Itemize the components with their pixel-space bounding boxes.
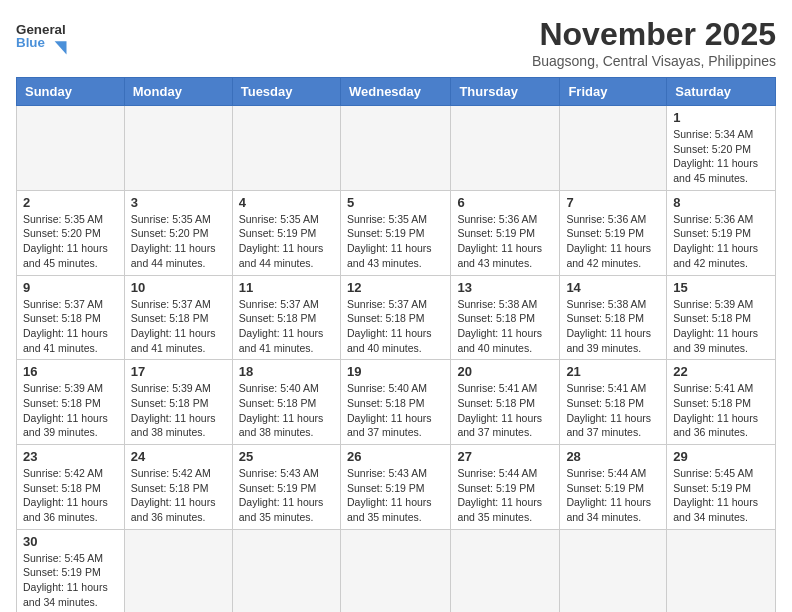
calendar-cell: 10Sunrise: 5:37 AM Sunset: 5:18 PM Dayli… xyxy=(124,275,232,360)
calendar-cell: 2Sunrise: 5:35 AM Sunset: 5:20 PM Daylig… xyxy=(17,190,125,275)
day-number: 18 xyxy=(239,364,334,379)
calendar-cell: 14Sunrise: 5:38 AM Sunset: 5:18 PM Dayli… xyxy=(560,275,667,360)
calendar-row-2: 2Sunrise: 5:35 AM Sunset: 5:20 PM Daylig… xyxy=(17,190,776,275)
day-number: 30 xyxy=(23,534,118,549)
day-number: 25 xyxy=(239,449,334,464)
day-number: 23 xyxy=(23,449,118,464)
calendar-cell: 1Sunrise: 5:34 AM Sunset: 5:20 PM Daylig… xyxy=(667,106,776,191)
day-number: 28 xyxy=(566,449,660,464)
day-number: 24 xyxy=(131,449,226,464)
day-number: 7 xyxy=(566,195,660,210)
day-number: 9 xyxy=(23,280,118,295)
logo: General Blue xyxy=(16,16,70,56)
calendar-cell: 8Sunrise: 5:36 AM Sunset: 5:19 PM Daylig… xyxy=(667,190,776,275)
day-number: 3 xyxy=(131,195,226,210)
calendar-cell: 25Sunrise: 5:43 AM Sunset: 5:19 PM Dayli… xyxy=(232,445,340,530)
calendar-cell: 6Sunrise: 5:36 AM Sunset: 5:19 PM Daylig… xyxy=(451,190,560,275)
day-info: Sunrise: 5:44 AM Sunset: 5:19 PM Dayligh… xyxy=(457,466,553,525)
calendar-cell: 12Sunrise: 5:37 AM Sunset: 5:18 PM Dayli… xyxy=(340,275,450,360)
calendar-row-1: 1Sunrise: 5:34 AM Sunset: 5:20 PM Daylig… xyxy=(17,106,776,191)
calendar-cell: 19Sunrise: 5:40 AM Sunset: 5:18 PM Dayli… xyxy=(340,360,450,445)
calendar-cell: 3Sunrise: 5:35 AM Sunset: 5:20 PM Daylig… xyxy=(124,190,232,275)
day-info: Sunrise: 5:34 AM Sunset: 5:20 PM Dayligh… xyxy=(673,127,769,186)
weekday-header-thursday: Thursday xyxy=(451,78,560,106)
day-info: Sunrise: 5:36 AM Sunset: 5:19 PM Dayligh… xyxy=(457,212,553,271)
calendar-cell xyxy=(17,106,125,191)
day-number: 15 xyxy=(673,280,769,295)
weekday-header-sunday: Sunday xyxy=(17,78,125,106)
calendar-cell: 11Sunrise: 5:37 AM Sunset: 5:18 PM Dayli… xyxy=(232,275,340,360)
day-info: Sunrise: 5:43 AM Sunset: 5:19 PM Dayligh… xyxy=(239,466,334,525)
calendar-cell: 17Sunrise: 5:39 AM Sunset: 5:18 PM Dayli… xyxy=(124,360,232,445)
calendar-cell: 22Sunrise: 5:41 AM Sunset: 5:18 PM Dayli… xyxy=(667,360,776,445)
calendar-cell xyxy=(340,106,450,191)
day-info: Sunrise: 5:42 AM Sunset: 5:18 PM Dayligh… xyxy=(23,466,118,525)
day-info: Sunrise: 5:43 AM Sunset: 5:19 PM Dayligh… xyxy=(347,466,444,525)
day-info: Sunrise: 5:37 AM Sunset: 5:18 PM Dayligh… xyxy=(239,297,334,356)
svg-text:Blue: Blue xyxy=(16,35,45,50)
weekday-header-row: SundayMondayTuesdayWednesdayThursdayFrid… xyxy=(17,78,776,106)
day-info: Sunrise: 5:39 AM Sunset: 5:18 PM Dayligh… xyxy=(673,297,769,356)
calendar-cell: 30Sunrise: 5:45 AM Sunset: 5:19 PM Dayli… xyxy=(17,529,125,612)
day-info: Sunrise: 5:45 AM Sunset: 5:19 PM Dayligh… xyxy=(23,551,118,610)
weekday-header-monday: Monday xyxy=(124,78,232,106)
day-number: 29 xyxy=(673,449,769,464)
day-number: 14 xyxy=(566,280,660,295)
calendar-cell xyxy=(667,529,776,612)
day-info: Sunrise: 5:45 AM Sunset: 5:19 PM Dayligh… xyxy=(673,466,769,525)
day-number: 10 xyxy=(131,280,226,295)
day-number: 27 xyxy=(457,449,553,464)
day-number: 13 xyxy=(457,280,553,295)
day-info: Sunrise: 5:44 AM Sunset: 5:19 PM Dayligh… xyxy=(566,466,660,525)
day-number: 21 xyxy=(566,364,660,379)
calendar-cell xyxy=(560,106,667,191)
calendar-cell: 5Sunrise: 5:35 AM Sunset: 5:19 PM Daylig… xyxy=(340,190,450,275)
day-info: Sunrise: 5:39 AM Sunset: 5:18 PM Dayligh… xyxy=(23,381,118,440)
calendar-cell: 4Sunrise: 5:35 AM Sunset: 5:19 PM Daylig… xyxy=(232,190,340,275)
calendar-cell: 24Sunrise: 5:42 AM Sunset: 5:18 PM Dayli… xyxy=(124,445,232,530)
day-info: Sunrise: 5:38 AM Sunset: 5:18 PM Dayligh… xyxy=(566,297,660,356)
day-info: Sunrise: 5:39 AM Sunset: 5:18 PM Dayligh… xyxy=(131,381,226,440)
day-number: 26 xyxy=(347,449,444,464)
calendar-table: SundayMondayTuesdayWednesdayThursdayFrid… xyxy=(16,77,776,612)
day-info: Sunrise: 5:40 AM Sunset: 5:18 PM Dayligh… xyxy=(347,381,444,440)
calendar-row-6: 30Sunrise: 5:45 AM Sunset: 5:19 PM Dayli… xyxy=(17,529,776,612)
day-info: Sunrise: 5:35 AM Sunset: 5:20 PM Dayligh… xyxy=(131,212,226,271)
calendar-cell: 23Sunrise: 5:42 AM Sunset: 5:18 PM Dayli… xyxy=(17,445,125,530)
calendar-cell: 28Sunrise: 5:44 AM Sunset: 5:19 PM Dayli… xyxy=(560,445,667,530)
day-number: 20 xyxy=(457,364,553,379)
day-info: Sunrise: 5:38 AM Sunset: 5:18 PM Dayligh… xyxy=(457,297,553,356)
page-header: General Blue November 2025 Buagsong, Cen… xyxy=(16,16,776,69)
calendar-cell xyxy=(232,106,340,191)
calendar-cell xyxy=(451,106,560,191)
day-info: Sunrise: 5:35 AM Sunset: 5:19 PM Dayligh… xyxy=(347,212,444,271)
day-number: 11 xyxy=(239,280,334,295)
location: Buagsong, Central Visayas, Philippines xyxy=(532,53,776,69)
calendar-cell: 18Sunrise: 5:40 AM Sunset: 5:18 PM Dayli… xyxy=(232,360,340,445)
day-info: Sunrise: 5:41 AM Sunset: 5:18 PM Dayligh… xyxy=(673,381,769,440)
calendar-cell: 21Sunrise: 5:41 AM Sunset: 5:18 PM Dayli… xyxy=(560,360,667,445)
weekday-header-wednesday: Wednesday xyxy=(340,78,450,106)
day-number: 6 xyxy=(457,195,553,210)
calendar-row-5: 23Sunrise: 5:42 AM Sunset: 5:18 PM Dayli… xyxy=(17,445,776,530)
day-info: Sunrise: 5:35 AM Sunset: 5:19 PM Dayligh… xyxy=(239,212,334,271)
calendar-cell: 13Sunrise: 5:38 AM Sunset: 5:18 PM Dayli… xyxy=(451,275,560,360)
svg-marker-2 xyxy=(55,41,67,54)
day-info: Sunrise: 5:41 AM Sunset: 5:18 PM Dayligh… xyxy=(457,381,553,440)
calendar-cell xyxy=(232,529,340,612)
day-number: 4 xyxy=(239,195,334,210)
calendar-row-3: 9Sunrise: 5:37 AM Sunset: 5:18 PM Daylig… xyxy=(17,275,776,360)
calendar-cell: 27Sunrise: 5:44 AM Sunset: 5:19 PM Dayli… xyxy=(451,445,560,530)
day-number: 2 xyxy=(23,195,118,210)
day-info: Sunrise: 5:37 AM Sunset: 5:18 PM Dayligh… xyxy=(23,297,118,356)
calendar-cell xyxy=(124,106,232,191)
day-number: 19 xyxy=(347,364,444,379)
calendar-cell: 26Sunrise: 5:43 AM Sunset: 5:19 PM Dayli… xyxy=(340,445,450,530)
calendar-cell: 16Sunrise: 5:39 AM Sunset: 5:18 PM Dayli… xyxy=(17,360,125,445)
logo-icon: General Blue xyxy=(16,16,68,56)
calendar-row-4: 16Sunrise: 5:39 AM Sunset: 5:18 PM Dayli… xyxy=(17,360,776,445)
calendar-cell: 9Sunrise: 5:37 AM Sunset: 5:18 PM Daylig… xyxy=(17,275,125,360)
day-info: Sunrise: 5:42 AM Sunset: 5:18 PM Dayligh… xyxy=(131,466,226,525)
day-number: 5 xyxy=(347,195,444,210)
day-info: Sunrise: 5:41 AM Sunset: 5:18 PM Dayligh… xyxy=(566,381,660,440)
